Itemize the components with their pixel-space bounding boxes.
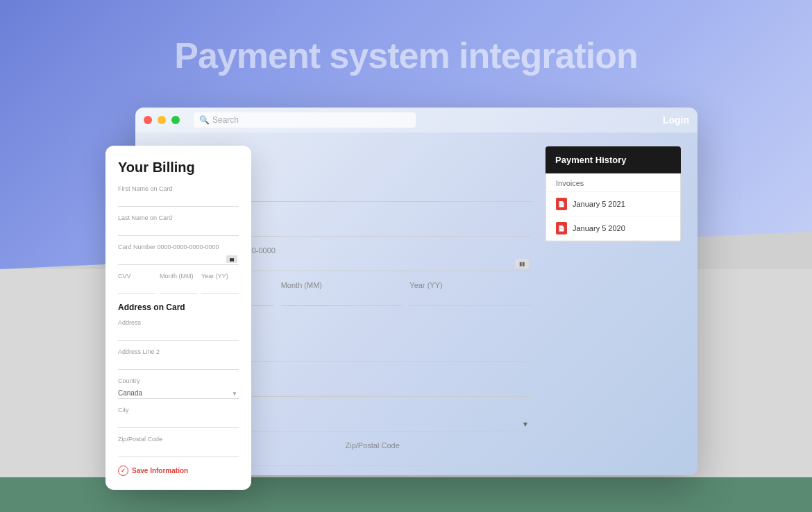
m-city-label: City <box>118 407 239 413</box>
browser-login-button[interactable]: Login <box>663 114 689 126</box>
invoice-date-2: January 5 2020 <box>573 224 625 232</box>
m-year-field: Year (YY) <box>201 273 239 294</box>
invoices-label: Invoices <box>546 173 680 192</box>
m-first-name-label: First Name on Card <box>118 185 239 192</box>
m-year-label: Year (YY) <box>201 273 239 280</box>
m-save-label: Save Information <box>132 467 188 475</box>
year-field: Year (YY) <box>409 281 532 306</box>
m-address-input[interactable] <box>118 330 239 341</box>
year-label: Year (YY) <box>409 281 532 289</box>
m-zip-field: Zip/Postal Code <box>118 436 239 457</box>
payment-history-panel: Payment History Invoices 📄 January 5 202… <box>545 146 681 461</box>
m-save-button[interactable]: ✓ Save Information <box>118 466 188 476</box>
m-month-input[interactable] <box>160 283 197 294</box>
m-address-field: Address <box>118 319 239 341</box>
m-cvv-row: CVV Month (MM) Year (YY) <box>118 273 239 294</box>
invoice-pdf-icon-2: 📄 <box>556 222 567 234</box>
browser-search-bar[interactable]: 🔍 Search <box>194 112 416 128</box>
m-address2-field: Address Line 2 <box>118 348 239 370</box>
invoice-item-1[interactable]: 📄 January 5 2021 <box>546 192 680 216</box>
month-field: Month (MM) <box>281 281 403 306</box>
m-country-select[interactable]: Canada United States <box>118 388 239 399</box>
mobile-billing-title: Your Billing <box>118 160 239 176</box>
browser-bar: 🔍 Search Login <box>135 108 697 133</box>
m-card-number-label: Card Number 0000-0000-0000-0000 <box>118 244 239 250</box>
browser-dot-yellow[interactable] <box>158 116 166 124</box>
country-arrow-icon: ▼ <box>522 420 529 428</box>
m-save-icon: ✓ <box>118 466 128 476</box>
m-card-icon: ▮▮ <box>226 255 237 263</box>
year-input[interactable] <box>409 291 532 306</box>
m-zip-label: Zip/Postal Code <box>118 436 239 443</box>
m-month-field: Month (MM) <box>160 273 197 294</box>
m-address2-input[interactable] <box>118 359 239 370</box>
card-icon: ▮▮ <box>515 259 529 268</box>
m-cvv-field: CVV <box>118 273 155 294</box>
m-city-field: City <box>118 407 239 428</box>
m-cvv-input[interactable] <box>118 283 155 294</box>
m-year-input[interactable] <box>201 283 239 294</box>
page-title: Payment system integration <box>0 35 812 76</box>
m-card-number-field: Card Number 0000-0000-0000-0000 ▮▮ <box>118 244 239 265</box>
search-placeholder: Search <box>212 115 239 125</box>
m-month-label: Month (MM) <box>160 273 197 280</box>
browser-dot-green[interactable] <box>171 116 180 124</box>
m-card-number-input[interactable] <box>118 254 239 265</box>
m-country-field-wrapper: Country Canada United States ▼ <box>118 377 239 399</box>
zip-label: Zip/Postal Code <box>346 441 532 450</box>
month-label: Month (MM) <box>281 281 403 289</box>
m-last-name-input[interactable] <box>118 225 239 236</box>
mobile-card: Your Billing First Name on Card Last Nam… <box>105 146 251 490</box>
m-city-input[interactable] <box>118 417 239 428</box>
payment-history-header: Payment History <box>545 146 681 173</box>
m-country-arrow-icon: ▼ <box>232 391 237 397</box>
m-last-name-label: Last Name on Card <box>118 214 239 221</box>
m-first-name-input[interactable] <box>118 196 239 207</box>
month-input[interactable] <box>281 291 403 306</box>
invoice-item-2[interactable]: 📄 January 5 2020 <box>546 216 680 241</box>
zip-field: Zip/Postal Code <box>346 441 532 466</box>
m-address-label: Address <box>118 319 239 326</box>
browser-dot-red[interactable] <box>144 116 152 124</box>
m-first-name-field: First Name on Card <box>118 185 239 207</box>
m-country-select-wrapper: Canada United States ▼ <box>118 386 239 399</box>
payment-history-body: Invoices 📄 January 5 2021 📄 January 5 20… <box>545 173 681 241</box>
invoice-date-1: January 5 2021 <box>573 200 625 208</box>
m-last-name-field: Last Name on Card <box>118 214 239 236</box>
m-cvv-label: CVV <box>118 273 155 280</box>
m-address-section-title: Address on Card <box>118 302 239 312</box>
zip-input[interactable] <box>346 452 532 466</box>
m-zip-input[interactable] <box>118 446 239 457</box>
m-country-label: Country <box>118 377 239 384</box>
invoice-pdf-icon-1: 📄 <box>556 198 567 210</box>
m-address2-label: Address Line 2 <box>118 348 239 355</box>
